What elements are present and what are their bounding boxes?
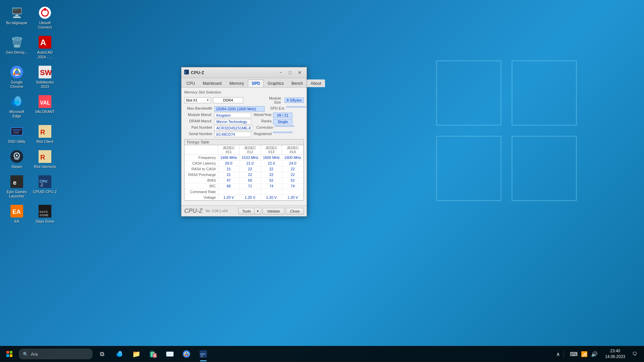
timings-row: Frequency1466 MHz1533 MHz1600 MHz1600 MH…	[184, 155, 304, 161]
timings-section: Timings Table JEDEC #11 JEDEC #12 JEDEC …	[184, 139, 304, 201]
tab-memory[interactable]: Memory	[226, 79, 248, 87]
timings-cell: 21.0	[239, 161, 261, 166]
svg-text:R: R	[40, 128, 45, 136]
desktop-icon-valorant[interactable]: VAL VALORANT	[32, 92, 58, 121]
desktop-icon-cpuz[interactable]: CPU -Z CPUID CPU-Z	[32, 172, 58, 201]
notification-center[interactable]: 🗨	[629, 346, 640, 362]
edge-icon	[10, 95, 23, 108]
tools-dropdown-arrow[interactable]: ▼	[254, 208, 261, 215]
cpuz-version: Ver. 2.06.1.x64	[205, 209, 237, 213]
desktop-icon-ea[interactable]: EA EA	[3, 202, 30, 226]
minimize-button[interactable]: −	[276, 69, 285, 76]
window-title-text: CPU-Z	[191, 70, 276, 75]
max-bandwidth-label: Max Bandwidth	[184, 106, 214, 110]
close-window-button[interactable]: ✕	[295, 69, 304, 76]
desktop-icon-ssd[interactable]: SSD SSD Utility	[3, 122, 30, 146]
module-manuf-label: Module Manuf.	[184, 113, 214, 117]
spd-ext-value	[286, 106, 306, 108]
tools-button[interactable]: Tools	[238, 208, 254, 215]
desktop-icon-riot-istemcisi[interactable]: R Riot İstemcisi	[32, 147, 58, 172]
svg-text:-Z: -Z	[201, 355, 203, 357]
desktop-icon-epic[interactable]: e Epic Games Launcher	[3, 172, 30, 201]
module-manuf-value: Kingston	[214, 113, 251, 118]
tab-mainboard[interactable]: Mainboard	[199, 79, 225, 87]
timings-cell: 1466 MHz	[218, 155, 239, 161]
timings-cell: 22	[261, 172, 282, 178]
tab-about[interactable]: About	[307, 79, 325, 87]
timings-cell: 74	[282, 183, 304, 189]
timings-cell: 22	[282, 172, 304, 178]
maximize-button[interactable]: □	[286, 69, 294, 76]
correction-label: Correction	[253, 125, 275, 129]
ea-icon: EA	[10, 204, 23, 218]
tab-cpu[interactable]: CPU	[183, 79, 199, 87]
timings-cell	[239, 189, 261, 195]
timings-cell: 1.20 V	[239, 195, 261, 200]
network-icon[interactable]: 📶	[580, 350, 588, 358]
desktop-icon-riot-client[interactable]: R Riot Client	[32, 122, 58, 146]
svg-rect-16	[12, 129, 21, 130]
serial-number-label: Serial Number	[184, 132, 214, 136]
desktop-icon-steam[interactable]: Steam	[3, 147, 30, 172]
desktop-icon-autocad[interactable]: A AutoCAD 2024 - ...	[32, 33, 58, 62]
spd-content: Memory Slot Selection Slot #1 ▼ DDR4 Mod…	[181, 87, 307, 205]
timings-row: Voltage1.20 V1.20 V1.20 V1.20 V	[184, 195, 304, 200]
window-titlebar[interactable]: Z CPU-Z − □ ✕	[181, 67, 307, 78]
svg-rect-39	[6, 354, 9, 357]
svg-text:e: e	[13, 179, 16, 186]
taskbar-store[interactable]: 🛍️	[145, 346, 161, 362]
taskbar-explorer[interactable]: 📁	[128, 346, 144, 362]
tray-expand[interactable]: ∧	[555, 350, 561, 358]
timings-row: RAS# to CAS#21222222	[184, 166, 304, 172]
module-size-label: Module Size	[261, 96, 282, 104]
icon-label: Ubisoft Connect	[33, 21, 57, 29]
tab-graphics[interactable]: Graphics	[264, 79, 287, 87]
registered-value	[273, 132, 292, 133]
taskbar-clock[interactable]: 23:40 14.06.2023	[602, 348, 628, 360]
solidworks-icon: SW	[38, 65, 52, 79]
slot-selector[interactable]: Slot #1 ▼	[184, 97, 211, 103]
spd-ext-label: SPD Ext.	[265, 106, 286, 110]
week-year-value: 09 / 21	[273, 113, 292, 118]
timings-cell: 21	[218, 172, 239, 178]
svg-rect-40	[10, 354, 12, 357]
close-button[interactable]: Close	[286, 208, 304, 215]
autocad-icon: A	[38, 36, 52, 49]
taskbar-task-view[interactable]: ⧉	[94, 346, 110, 362]
timings-row-label: RAS# Precharge	[184, 172, 218, 178]
timings-cell: 24.0	[282, 161, 304, 166]
dram-manuf-value: Micron Technology	[214, 119, 251, 124]
taskbar-edge[interactable]	[111, 346, 127, 362]
validate-button[interactable]: Validate	[263, 208, 284, 215]
taskbar-cpuz[interactable]: CPU -Z	[195, 346, 211, 362]
timings-row: Command Rate	[184, 189, 304, 195]
keyboard-icon[interactable]: ⌨	[569, 350, 578, 358]
desktop-icon-bu-bilgisayar[interactable]: 🖥️ Bu bilgisayar	[3, 3, 30, 32]
tab-spd[interactable]: SPD	[248, 79, 264, 87]
search-icon: 🔍	[23, 352, 28, 357]
taskbar-chrome[interactable]	[178, 346, 195, 362]
icon-label: Steam	[11, 165, 22, 169]
desktop-icon-daysgone[interactable]: DAYS GONE Days Gone	[32, 202, 58, 226]
desktop-icon-edge[interactable]: Microsoft Edge	[3, 92, 30, 121]
svg-text:DAYS: DAYS	[40, 210, 48, 214]
cpuz-bottom-bar: CPU-Z Ver. 2.06.1.x64 Tools ▼ Validate C…	[181, 205, 307, 216]
taskbar-search[interactable]: 🔍 Ara	[19, 349, 93, 359]
volume-icon[interactable]: 🔊	[590, 350, 598, 358]
desktop-icon-ubisoft[interactable]: Ubisoft Connect	[32, 3, 58, 32]
svg-rect-25	[10, 175, 23, 188]
col-header-jedec13: JEDEC #13	[261, 145, 282, 155]
timings-cell: 1.20 V	[282, 195, 304, 200]
svg-rect-38	[10, 351, 12, 354]
icon-label: Solidworks 2023	[33, 80, 57, 89]
timings-cell: 52	[282, 178, 304, 183]
desktop-icon-chrome[interactable]: Google Chrome	[3, 63, 30, 92]
desktop-icon-recycle[interactable]: 🗑️ Geri Dönüş...	[3, 33, 30, 62]
desktop-icon-solidworks[interactable]: SW Solidworks 2023	[32, 63, 58, 92]
start-button[interactable]	[1, 346, 17, 362]
taskbar-mail[interactable]: ✉️	[162, 346, 178, 362]
clock-date: 14.06.2023	[605, 354, 625, 360]
timings-cell: 21	[218, 166, 239, 172]
tab-bench[interactable]: Bench	[288, 79, 307, 87]
memory-slot-label: Memory Slot Selection	[184, 90, 304, 94]
